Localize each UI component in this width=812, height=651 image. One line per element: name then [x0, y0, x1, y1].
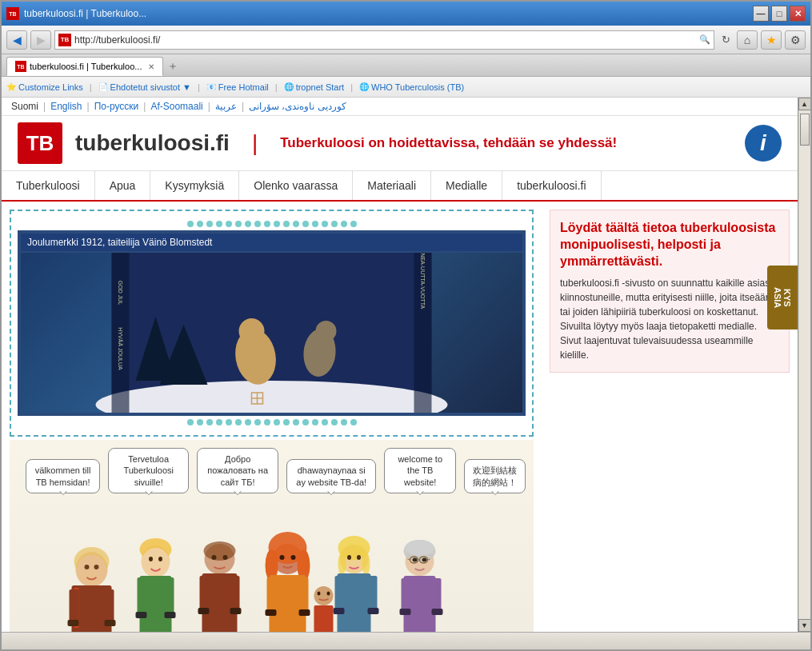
stamp-dots-bottom — [18, 416, 526, 429]
bubble-1: Tervetuloa Tuberkuloosi sivuille! — [108, 448, 189, 493]
svg-rect-35 — [136, 612, 147, 618]
fav-who[interactable]: 🌐 WHO Tuberculosis (TB) — [359, 82, 464, 92]
stamp-inner: Joulumerkki 1912, taiteilija Väinö Bloms… — [18, 230, 526, 416]
tab-bar: TB tuberkuloosi.fi | Tuberkuloo... ✕ ＋ — [2, 54, 810, 77]
side-tab-text: KYSASIA — [773, 287, 792, 308]
lang-russian[interactable]: По-русски — [94, 101, 139, 112]
lang-somali[interactable]: Af-Soomaali — [150, 101, 202, 112]
speech-bubbles: välkommen till TB hemsidan! Tervetuloa T… — [10, 448, 534, 493]
nav-tuberkuloosi[interactable]: Tuberkuloosi — [2, 171, 95, 200]
main-nav: Tuberkuloosi Apua Kysymyksiä Olenko vaar… — [2, 171, 798, 202]
svg-point-22 — [94, 565, 99, 569]
svg-rect-26 — [105, 620, 116, 626]
tab-favicon-0: TB — [15, 61, 26, 72]
tab-label-0: tuberkuloosi.fi | Tuberkuloo... — [30, 62, 142, 71]
svg-point-31 — [158, 557, 162, 561]
svg-point-62 — [357, 555, 361, 560]
char-2 — [136, 538, 176, 632]
svg-text:HYVÄÄ JOULUA: HYVÄÄ JOULUA — [118, 327, 123, 370]
svg-point-60 — [362, 553, 370, 575]
svg-point-72 — [422, 557, 427, 561]
svg-rect-79 — [402, 578, 410, 610]
nav-medialle[interactable]: Medialle — [431, 171, 502, 200]
characters-section: välkommen till TB hemsidan! Tervetuloa T… — [10, 440, 534, 632]
language-bar: Suomi | English | По-русски | Af-Soomaal… — [2, 98, 798, 116]
tab-0[interactable]: TB tuberkuloosi.fi | Tuberkuloo... ✕ — [6, 57, 163, 76]
nav-olenko[interactable]: Olenko vaarassa — [239, 171, 353, 200]
svg-rect-82 — [432, 609, 443, 615]
svg-rect-81 — [400, 609, 411, 615]
char-5 — [334, 536, 379, 632]
svg-rect-86 — [314, 605, 334, 632]
lang-arabic[interactable]: عربية — [215, 101, 237, 112]
scroll-thumb[interactable] — [800, 114, 810, 146]
lang-kurdish[interactable]: کورديی ناوەندی، سۆرانی — [249, 101, 346, 112]
bubble-4: welcome to the TB website! — [384, 448, 456, 493]
svg-rect-53 — [267, 577, 275, 611]
svg-point-5 — [239, 318, 265, 344]
svg-rect-36 — [165, 612, 176, 618]
minimize-button[interactable]: — — [753, 6, 769, 22]
svg-rect-65 — [370, 576, 378, 609]
home-button[interactable]: ⌂ — [737, 30, 758, 50]
svg-point-40 — [223, 555, 228, 560]
svg-point-38 — [204, 541, 236, 561]
address-bar-wrap: TB http://tuberkuloosi.fi/ 🔍 — [54, 30, 714, 50]
info-button[interactable]: i — [745, 125, 782, 162]
nav-apua[interactable]: Apua — [95, 171, 151, 200]
main-content: Joulumerkki 1912, taiteilija Väinö Bloms… — [2, 202, 798, 632]
title-bar-buttons: — □ ✕ — [753, 6, 806, 22]
svg-rect-67 — [368, 608, 379, 614]
title-bar: TB tuberkuloosi.fi | Tuberkuloo... — □ ✕ — [2, 2, 810, 26]
site-header: TB tuberkuloosi.fi | Tuberkuloosi on hoi… — [2, 116, 798, 171]
svg-rect-33 — [138, 577, 146, 613]
back-button[interactable]: ◀ — [6, 30, 27, 50]
side-tab-button[interactable]: KYSASIA — [767, 266, 798, 329]
svg-rect-54 — [301, 577, 309, 611]
left-panel: Joulumerkki 1912, taiteilija Väinö Bloms… — [2, 202, 542, 632]
svg-point-84 — [318, 591, 321, 595]
side-bookmark: KYSASIA — [767, 266, 798, 329]
svg-point-39 — [212, 555, 217, 560]
lang-suomi[interactable]: Suomi — [11, 101, 38, 112]
stamp-container: Joulumerkki 1912, taiteilija Väinö Bloms… — [10, 210, 534, 437]
fav-hotmail[interactable]: 📧 Free Hotmail — [206, 82, 269, 92]
maximize-button[interactable]: □ — [771, 6, 787, 22]
svg-rect-43 — [232, 576, 240, 609]
tools-button[interactable]: ⚙ — [785, 30, 806, 50]
bubble-5: 欢迎到結核病的網站！ — [464, 459, 526, 493]
fav-customize[interactable]: ⭐ Customize Links — [6, 82, 83, 92]
lang-english[interactable]: English — [50, 101, 82, 112]
scroll-up-button[interactable]: ▲ — [798, 98, 811, 110]
nav-site[interactable]: tuberkuloosi.fi — [502, 171, 601, 200]
svg-rect-56 — [299, 609, 310, 616]
close-button[interactable]: ✕ — [790, 6, 806, 22]
nav-kysymyksia[interactable]: Kysymyksiä — [150, 171, 239, 200]
window-title: tuberkuloosi.fi | Tuberkuloo... — [24, 8, 748, 19]
favorites-star-button[interactable]: ★ — [761, 30, 782, 50]
svg-text:GOD JUL: GOD JUL — [118, 281, 123, 305]
svg-point-61 — [347, 555, 351, 560]
scroll-track[interactable] — [799, 110, 810, 619]
svg-point-71 — [413, 557, 418, 561]
forward-button[interactable]: ▶ — [30, 30, 51, 50]
new-tab-button[interactable]: ＋ — [165, 58, 181, 74]
fav-tropnet[interactable]: 🌐 tropnet Start — [284, 82, 345, 92]
nav-materiaali[interactable]: Materiaali — [353, 171, 431, 200]
tab-close-0[interactable]: ✕ — [148, 62, 154, 71]
scroll-down-button[interactable]: ▼ — [798, 619, 811, 632]
svg-point-83 — [314, 586, 334, 605]
svg-point-70 — [406, 540, 434, 556]
status-bar — [2, 632, 810, 649]
char-4 — [266, 532, 310, 632]
characters-row — [10, 493, 534, 632]
navigation-bar: ◀ ▶ TB http://tuberkuloosi.fi/ 🔍 ↻ ⌂ ★ ⚙ — [2, 26, 810, 54]
refresh-button[interactable]: ↻ — [718, 30, 734, 50]
stamp-dots-top — [18, 218, 526, 230]
scrollbar[interactable]: ▲ ▼ — [798, 98, 810, 632]
char-6 — [400, 540, 443, 632]
fav-ehdotetut[interactable]: 📄 Ehdotetut sivustot ▼ — [98, 82, 191, 92]
address-text[interactable]: http://tuberkuloosi.fi/ — [74, 34, 696, 46]
bubble-0: välkommen till TB hemsidan! — [26, 459, 100, 493]
intro-body: tuberkuloosi.fi -sivusto on suunnattu ka… — [560, 276, 779, 362]
